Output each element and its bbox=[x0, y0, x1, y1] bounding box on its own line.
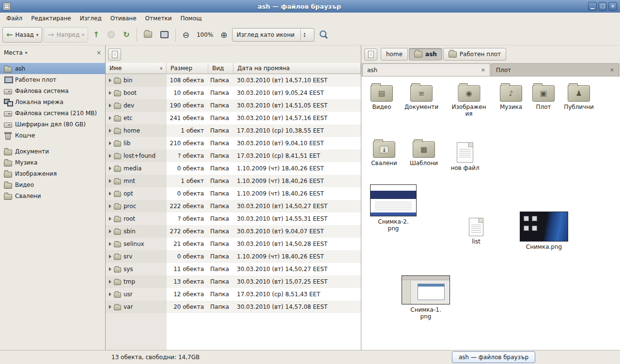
zoom-in-button[interactable]: ⊕ bbox=[217, 27, 231, 43]
column-header-date[interactable]: Дата на промяна bbox=[233, 63, 361, 74]
breadcrumb-button[interactable]: ash bbox=[409, 48, 442, 61]
icon-view-item[interactable]: Снимка-2. png bbox=[370, 184, 417, 232]
icon-view-item[interactable]: ▤Видео bbox=[365, 82, 399, 110]
home-button[interactable] bbox=[140, 27, 155, 43]
expander-icon[interactable] bbox=[109, 91, 111, 95]
sidebar-item[interactable]: ash bbox=[0, 63, 105, 74]
expander-icon[interactable] bbox=[109, 179, 111, 183]
expander-icon[interactable] bbox=[109, 78, 111, 82]
expander-icon[interactable] bbox=[109, 116, 111, 120]
table-row[interactable]: sbin272 обектаПапка30.03.2010 (вт) 9,04,… bbox=[106, 225, 361, 238]
table-row[interactable]: root? обектаПапка30.03.2010 (вт) 14,55,3… bbox=[106, 212, 361, 225]
zoom-out-button[interactable]: ⊖ bbox=[179, 27, 193, 43]
expander-icon[interactable] bbox=[109, 141, 111, 145]
sidebar-item[interactable]: Музика bbox=[0, 157, 105, 168]
sidebar-close-button[interactable]: × bbox=[96, 49, 101, 56]
maximize-button[interactable]: □ bbox=[598, 2, 607, 11]
menu-item[interactable]: Редактиране bbox=[27, 14, 76, 23]
sidebar-title[interactable]: Места bbox=[4, 49, 23, 56]
sidebar-item[interactable]: Кошче bbox=[0, 130, 105, 141]
expander-icon[interactable] bbox=[109, 217, 111, 221]
menu-item[interactable]: Отметки bbox=[141, 14, 176, 23]
table-row[interactable]: mnt1 обектПапка1.10.2009 (чт) 18,40,26 E… bbox=[106, 175, 361, 187]
table-row[interactable]: opt0 обектаПапка1.10.2009 (чт) 18,40,26 … bbox=[106, 187, 361, 200]
expander-icon[interactable] bbox=[109, 229, 111, 233]
column-header-name[interactable]: Име ∨ bbox=[106, 63, 167, 74]
expander-icon[interactable] bbox=[109, 280, 111, 284]
icon-view-item[interactable]: ≡Документи bbox=[404, 82, 438, 110]
icon-view-item[interactable]: ▦Шаблони bbox=[407, 138, 441, 167]
expander-icon[interactable] bbox=[109, 154, 111, 158]
icon-view-item[interactable]: ↓Свалени bbox=[367, 138, 401, 167]
expander-icon[interactable] bbox=[109, 129, 111, 133]
menu-item[interactable]: Помощ bbox=[176, 14, 206, 23]
icon-view-item[interactable]: ▣Плот bbox=[527, 82, 560, 110]
table-row[interactable]: lib210 обектаПапка30.03.2010 (вт) 9,04,1… bbox=[106, 137, 361, 150]
icon-view-item[interactable]: нов файл bbox=[448, 142, 482, 171]
table-row[interactable]: bin108 обектаПапка30.03.2010 (вт) 14,57,… bbox=[106, 74, 361, 87]
expander-icon[interactable] bbox=[109, 104, 111, 107]
location-toggle-button[interactable] bbox=[364, 48, 377, 61]
close-button[interactable]: × bbox=[608, 2, 617, 11]
location-toggle-button[interactable] bbox=[108, 48, 121, 61]
table-row[interactable]: lost+found? обектаПапка17.03.2010 (ср) 8… bbox=[106, 150, 361, 162]
expander-icon[interactable] bbox=[109, 242, 111, 246]
sidebar-item[interactable]: Свалени bbox=[0, 190, 105, 201]
sidebar-item[interactable]: Документи bbox=[0, 146, 105, 157]
icon-view-item[interactable]: ◉Изображен ия bbox=[451, 82, 486, 117]
up-button[interactable]: ↑ bbox=[90, 27, 103, 43]
column-header-size[interactable]: Размер bbox=[167, 63, 208, 74]
table-row[interactable]: var20 обектаПапка30.03.2010 (вт) 14,57,0… bbox=[106, 301, 361, 313]
table-row[interactable]: tmp13 обектаПапка30.03.2010 (вт) 15,07,2… bbox=[106, 275, 361, 288]
sidebar-item[interactable]: Файлова система (210 MB) bbox=[0, 107, 105, 119]
tab-close-button[interactable]: × bbox=[610, 67, 614, 73]
sidebar-item[interactable]: Шифриран дял (80 GB) bbox=[0, 119, 105, 130]
reload-button[interactable]: ↻ bbox=[120, 27, 133, 43]
table-row[interactable]: home1 обектПапка17.03.2010 (ср) 10,38,55… bbox=[106, 124, 361, 137]
expander-icon[interactable] bbox=[109, 305, 111, 309]
icon-view[interactable]: ▤Видео≡Документи◉Изображен ия♪Музика▣Пло… bbox=[361, 76, 620, 350]
menu-item[interactable]: Изглед bbox=[76, 14, 106, 23]
icon-view-item[interactable]: list bbox=[459, 218, 493, 245]
icon-view-item[interactable]: Снимка-1. png bbox=[402, 275, 450, 320]
title-bar[interactable]: ash — файлов браузър ▁ □ × bbox=[0, 0, 620, 13]
expander-icon[interactable] bbox=[109, 267, 111, 271]
back-button[interactable]: ← Назад ▾ bbox=[2, 27, 42, 43]
sidebar-item[interactable]: Локална мрежа bbox=[0, 96, 105, 107]
icon-view-item[interactable]: Снимка.png bbox=[520, 212, 568, 250]
table-row[interactable]: usr12 обектаПапка17.03.2010 (ср) 8,51,43… bbox=[106, 288, 361, 301]
table-row[interactable]: boot10 обектаПапка30.03.2010 (вт) 9,05,2… bbox=[106, 87, 361, 99]
tab-close-button[interactable]: × bbox=[481, 67, 485, 73]
breadcrumb-button[interactable]: Работен плот bbox=[443, 48, 506, 61]
table-row[interactable]: sys11 обектаПапка30.03.2010 (вт) 14,50,2… bbox=[106, 263, 361, 275]
sidebar-item[interactable]: Работен плот bbox=[0, 74, 105, 85]
tab-active[interactable]: ash× bbox=[362, 63, 490, 76]
expander-icon[interactable] bbox=[109, 192, 111, 196]
table-row[interactable]: selinux21 обектаПапка30.03.2010 (вт) 14,… bbox=[106, 238, 361, 250]
table-row[interactable]: proc222 обектаПапка30.03.2010 (вт) 14,50… bbox=[106, 200, 361, 212]
sidebar-item[interactable]: Файлова система bbox=[0, 85, 105, 96]
expander-icon[interactable] bbox=[109, 167, 111, 170]
sidebar-chevron-icon[interactable]: ▾ bbox=[25, 50, 28, 55]
column-header-type[interactable]: Вид bbox=[208, 63, 233, 74]
minimize-button[interactable]: ▁ bbox=[588, 2, 597, 11]
table-row[interactable]: srv0 обектаПапка1.10.2009 (чт) 18,40,26 … bbox=[106, 250, 361, 263]
back-dropdown-icon[interactable]: ▾ bbox=[36, 32, 39, 37]
table-row[interactable]: media0 обектаПапка1.10.2009 (чт) 18,40,2… bbox=[106, 162, 361, 175]
expander-icon[interactable] bbox=[109, 204, 111, 208]
icon-view-item[interactable]: ♪Музика bbox=[494, 82, 528, 110]
sidebar-item[interactable]: Видео bbox=[0, 179, 105, 190]
menu-item[interactable]: Отиване bbox=[106, 14, 141, 23]
icon-view-item[interactable]: ♟Публични bbox=[562, 82, 596, 110]
menu-item[interactable]: Файл bbox=[2, 14, 27, 23]
computer-button[interactable] bbox=[157, 27, 172, 43]
search-button[interactable] bbox=[316, 27, 332, 43]
expander-icon[interactable] bbox=[109, 255, 111, 258]
sidebar-item[interactable]: Изображения bbox=[0, 168, 105, 179]
breadcrumb-button[interactable]: home bbox=[381, 48, 408, 61]
taskbar-window-button[interactable]: ash — файлов браузър bbox=[452, 351, 535, 363]
view-mode-select[interactable]: Изглед като икони ▴▾ bbox=[232, 28, 314, 42]
tab-inactive[interactable]: Плот× bbox=[491, 63, 619, 76]
expander-icon[interactable] bbox=[109, 292, 111, 296]
table-row[interactable]: etc241 обектаПапка30.03.2010 (вт) 14,57,… bbox=[106, 112, 361, 124]
